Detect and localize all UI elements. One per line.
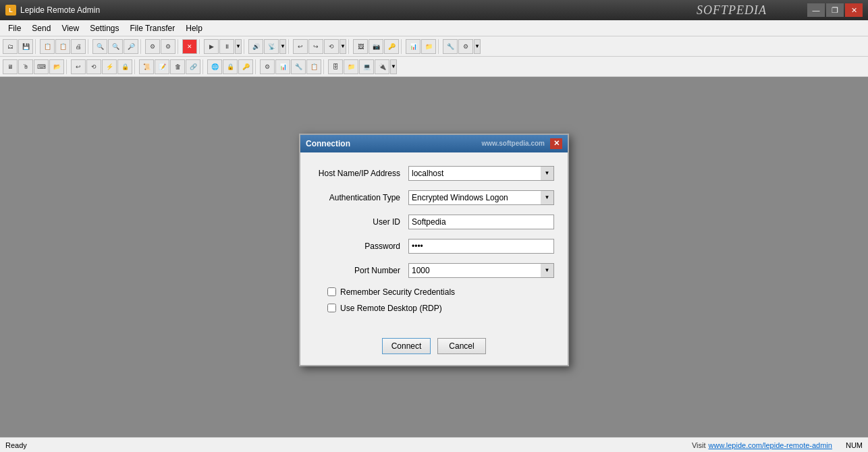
tb2-btn-17[interactable]: 📊 (275, 59, 290, 74)
port-select[interactable]: 1000 3389 8080 (408, 263, 554, 278)
tb-arr-3[interactable]: ▼ (340, 39, 346, 54)
tb2-btn-3[interactable]: ⌨ (34, 59, 49, 74)
visit-prefix: Visit (692, 441, 706, 449)
tb2-btn-23[interactable]: 🔌 (375, 59, 389, 74)
tb-btn-23[interactable]: 📁 (421, 39, 436, 54)
tb2-btn-1[interactable]: 🖥 (3, 59, 18, 74)
userid-input[interactable] (408, 215, 554, 229)
tb2-btn-21[interactable]: 📁 (344, 59, 358, 74)
tb-btn-16[interactable]: ↩ (293, 39, 308, 54)
tb2-btn-9[interactable]: 📜 (139, 59, 154, 74)
visit-link[interactable]: www.lepide.com/lepide-remote-admin (709, 441, 832, 449)
port-row: Port Number 1000 3389 8080 ▼ (314, 263, 554, 278)
tb2-btn-11[interactable]: 🗑 (170, 59, 185, 74)
tb-btn-9[interactable]: ⚙ (145, 39, 160, 54)
toolbar-1: 🗂 💾 📋 📋 🖨 🔍 🔍 🔎 ⚙ ⚙ ✕ ▶ ⏸ ▼ 🔊 📡 ▼ ↩ ↪ ⟲ … (0, 36, 868, 57)
tb-btn-20[interactable]: 📷 (369, 39, 383, 54)
port-dropdown-wrapper: 1000 3389 8080 ▼ (408, 263, 554, 278)
tb2-btn-14[interactable]: 🔒 (223, 59, 238, 74)
tb2-btn-4[interactable]: 📂 (49, 59, 64, 74)
tb2-btn-10[interactable]: 📝 (155, 59, 169, 74)
password-input[interactable] (408, 239, 554, 254)
tb-arr-1[interactable]: ▼ (235, 39, 242, 54)
tb2-arr-1[interactable]: ▼ (390, 59, 397, 74)
tb-btn-21[interactable]: 🔑 (384, 39, 399, 54)
tb-btn-11[interactable]: ✕ (182, 39, 197, 54)
tb-btn-17[interactable]: ↪ (308, 39, 323, 54)
app-close-button[interactable]: ✕ (845, 3, 863, 17)
tb-btn-18[interactable]: ⟲ (324, 39, 339, 54)
host-label: Host Name/IP Address (314, 169, 408, 178)
host-control: localhost ▼ (408, 166, 554, 181)
tb-btn-12[interactable]: ▶ (204, 39, 219, 54)
tb-btn-8[interactable]: 🔎 (124, 39, 138, 54)
host-select[interactable]: localhost (408, 166, 554, 181)
tb2-btn-6[interactable]: ⟲ (86, 59, 101, 74)
auth-row: Authentication Type Encrypted Windows Lo… (314, 190, 554, 205)
tb-sep-3 (140, 39, 143, 54)
tb2-btn-20[interactable]: 🗄 (328, 59, 343, 74)
rdp-label[interactable]: Use Remote Desktop (RDP) (340, 304, 442, 313)
tb-sep-9 (401, 39, 404, 54)
tb2-btn-22[interactable]: 💻 (359, 59, 374, 74)
menu-send[interactable]: Send (26, 22, 56, 34)
userid-control (408, 215, 554, 229)
restore-button[interactable]: ❐ (826, 3, 844, 17)
tb2-btn-16[interactable]: ⚙ (260, 59, 275, 74)
tb2-btn-5[interactable]: ↩ (71, 59, 86, 74)
menu-file-transfer[interactable]: File Transfer (125, 22, 181, 34)
password-row: Password (314, 239, 554, 254)
tb-btn-14[interactable]: 🔊 (248, 39, 263, 54)
tb2-btn-2[interactable]: 🖱 (18, 59, 33, 74)
tb-btn-5[interactable]: 🖨 (71, 39, 86, 54)
cancel-button[interactable]: Cancel (437, 338, 486, 354)
tb-btn-3[interactable]: 📋 (40, 39, 55, 54)
tb2-btn-12[interactable]: 🔗 (186, 59, 200, 74)
dialog-footer: Connect Cancel (300, 330, 568, 365)
tb-btn-6[interactable]: 🔍 (92, 39, 107, 54)
tb-sep-7 (288, 39, 291, 54)
tb-btn-1[interactable]: 🗂 (3, 39, 18, 54)
tb-btn-2[interactable]: 💾 (18, 39, 33, 54)
minimize-button[interactable]: — (807, 3, 825, 17)
remember-checkbox[interactable] (327, 287, 336, 296)
auth-label: Authentication Type (314, 193, 408, 202)
tb2-btn-15[interactable]: 🔑 (238, 59, 253, 74)
tb-btn-7[interactable]: 🔍 (108, 39, 123, 54)
host-row: Host Name/IP Address localhost ▼ (314, 166, 554, 181)
tb2-btn-8[interactable]: 🔒 (117, 59, 132, 74)
tb-btn-13[interactable]: ⏸ (219, 39, 234, 54)
tb2-btn-7[interactable]: ⚡ (102, 59, 117, 74)
tb-btn-25[interactable]: ⚙ (458, 39, 473, 54)
dialog-close-button[interactable]: ✕ (550, 138, 562, 149)
tb2-sep-3 (202, 59, 205, 74)
menu-help[interactable]: Help (180, 22, 208, 34)
tb-btn-10[interactable]: ⚙ (161, 39, 175, 54)
tb2-btn-19[interactable]: 📋 (306, 59, 321, 74)
tb2-sep-1 (66, 59, 69, 74)
tb-btn-19[interactable]: 🖼 (353, 39, 368, 54)
tb2-btn-18[interactable]: 🔧 (291, 59, 306, 74)
dialog-watermark: www.softpedia.com (481, 140, 545, 147)
remember-label[interactable]: Remember Security Credentials (340, 287, 455, 297)
tb-arr-2[interactable]: ▼ (279, 39, 286, 54)
toolbar-2: 🖥 🖱 ⌨ 📂 ↩ ⟲ ⚡ 🔒 📜 📝 🗑 🔗 🌐 🔒 🔑 ⚙ 📊 🔧 📋 🗄 … (0, 57, 868, 77)
tb-sep-6 (244, 39, 246, 54)
tb-btn-4[interactable]: 📋 (55, 39, 70, 54)
tb-btn-24[interactable]: 🔧 (443, 39, 458, 54)
tb2-btn-13[interactable]: 🌐 (207, 59, 222, 74)
auth-select[interactable]: Encrypted Windows Logon Standard Logon N… (408, 190, 554, 205)
tb-sep-2 (88, 39, 90, 54)
menu-settings[interactable]: Settings (84, 22, 124, 34)
tb-btn-22[interactable]: 📊 (406, 39, 421, 54)
menu-view[interactable]: View (56, 22, 84, 34)
port-label: Port Number (314, 266, 408, 275)
menu-bar: File Send View Settings File Transfer He… (0, 20, 868, 36)
auth-dropdown-wrapper: Encrypted Windows Logon Standard Logon N… (408, 190, 554, 205)
tb-arr-4[interactable]: ▼ (474, 39, 481, 54)
menu-file[interactable]: File (3, 22, 26, 34)
auth-control: Encrypted Windows Logon Standard Logon N… (408, 190, 554, 205)
rdp-checkbox[interactable] (327, 304, 336, 312)
tb-btn-15[interactable]: 📡 (264, 39, 279, 54)
connect-button[interactable]: Connect (382, 338, 431, 354)
